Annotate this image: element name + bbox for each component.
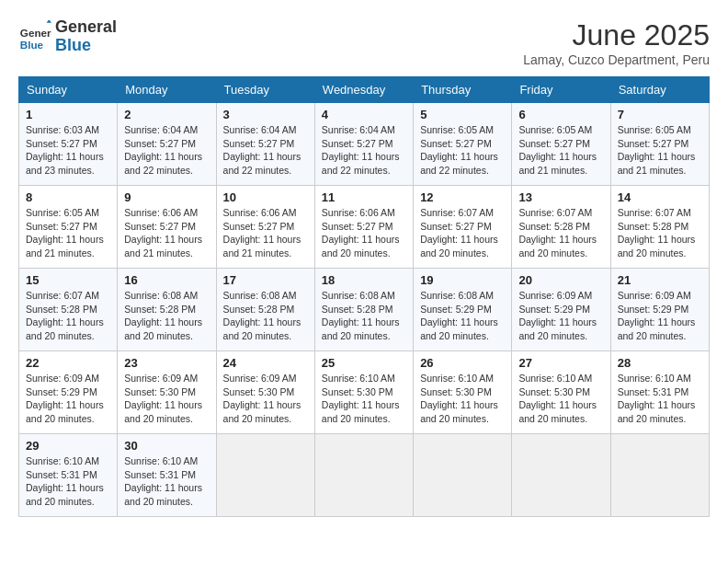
day-info: Sunrise: 6:10 AMSunset: 5:31 PMDaylight:… [124,454,209,509]
calendar-day-cell: 28Sunrise: 6:10 AMSunset: 5:31 PMDayligh… [610,351,709,434]
day-number: 7 [618,108,702,121]
logo: General Blue General Blue [18,18,117,55]
day-info: Sunrise: 6:04 AMSunset: 5:27 PMDaylight:… [223,123,308,178]
calendar-day-cell: 27Sunrise: 6:10 AMSunset: 5:30 PMDayligh… [512,351,610,434]
day-number: 11 [322,190,406,204]
day-info: Sunrise: 6:05 AMSunset: 5:27 PMDaylight:… [518,123,603,178]
day-number: 19 [420,273,505,287]
calendar-header-friday: Friday [512,77,610,103]
day-info: Sunrise: 6:10 AMSunset: 5:31 PMDaylight:… [26,454,110,509]
calendar-day-cell: 4Sunrise: 6:04 AMSunset: 5:27 PMDaylight… [314,103,413,186]
day-number: 20 [518,273,603,287]
day-number: 26 [420,356,505,370]
calendar-week-row: 29Sunrise: 6:10 AMSunset: 5:31 PMDayligh… [19,434,710,517]
day-info: Sunrise: 6:05 AMSunset: 5:27 PMDaylight:… [420,123,505,178]
logo-blue: Blue [55,37,117,55]
day-info: Sunrise: 6:07 AMSunset: 5:28 PMDaylight:… [518,206,603,260]
calendar-day-cell: 26Sunrise: 6:10 AMSunset: 5:30 PMDayligh… [414,351,512,434]
calendar-day-cell: 19Sunrise: 6:08 AMSunset: 5:29 PMDayligh… [414,269,512,351]
svg-text:General: General [20,27,51,39]
day-info: Sunrise: 6:09 AMSunset: 5:30 PMDaylight:… [223,372,308,426]
calendar-day-cell: 13Sunrise: 6:07 AMSunset: 5:28 PMDayligh… [512,186,610,269]
calendar-day-cell: 7Sunrise: 6:05 AMSunset: 5:27 PMDaylight… [610,103,709,186]
day-number: 15 [26,273,110,287]
calendar-day-cell: 18Sunrise: 6:08 AMSunset: 5:28 PMDayligh… [314,269,413,351]
day-number: 30 [124,439,209,453]
calendar-header-monday: Monday [118,77,216,103]
calendar-day-cell: 10Sunrise: 6:06 AMSunset: 5:27 PMDayligh… [216,186,314,269]
day-number: 21 [618,273,702,287]
day-number: 6 [518,108,603,121]
day-number: 10 [223,190,308,204]
calendar-header-row: SundayMondayTuesdayWednesdayThursdayFrid… [19,77,710,103]
day-number: 2 [124,108,209,121]
calendar-day-cell: 1Sunrise: 6:03 AMSunset: 5:27 PMDaylight… [19,103,118,186]
day-info: Sunrise: 6:10 AMSunset: 5:30 PMDaylight:… [322,372,406,426]
day-number: 4 [322,108,406,121]
page-header: General Blue General Blue June 2025 Lama… [18,18,710,67]
calendar-week-row: 22Sunrise: 6:09 AMSunset: 5:29 PMDayligh… [19,351,710,434]
day-number: 13 [518,190,603,204]
calendar-day-cell: 9Sunrise: 6:06 AMSunset: 5:27 PMDaylight… [118,186,216,269]
day-number: 16 [124,273,209,287]
day-info: Sunrise: 6:10 AMSunset: 5:30 PMDaylight:… [518,372,603,426]
svg-marker-2 [47,20,51,23]
calendar-header-wednesday: Wednesday [314,77,413,103]
svg-text:Blue: Blue [20,38,44,50]
day-info: Sunrise: 6:05 AMSunset: 5:27 PMDaylight:… [618,123,702,178]
day-number: 25 [322,356,406,370]
day-number: 3 [223,108,308,121]
calendar-table: SundayMondayTuesdayWednesdayThursdayFrid… [18,76,710,517]
day-number: 1 [26,108,110,121]
day-number: 18 [322,273,406,287]
day-info: Sunrise: 6:03 AMSunset: 5:27 PMDaylight:… [26,123,110,178]
calendar-day-cell: 25Sunrise: 6:10 AMSunset: 5:30 PMDayligh… [314,351,413,434]
calendar-day-cell: 22Sunrise: 6:09 AMSunset: 5:29 PMDayligh… [19,351,118,434]
day-number: 28 [618,356,702,370]
day-info: Sunrise: 6:10 AMSunset: 5:31 PMDaylight:… [618,372,702,426]
calendar-empty-cell [414,434,512,517]
logo-icon: General Blue [18,20,51,53]
calendar-day-cell: 12Sunrise: 6:07 AMSunset: 5:27 PMDayligh… [414,186,512,269]
calendar-day-cell: 14Sunrise: 6:07 AMSunset: 5:28 PMDayligh… [610,186,709,269]
calendar-day-cell: 20Sunrise: 6:09 AMSunset: 5:29 PMDayligh… [512,269,610,351]
day-number: 24 [223,356,308,370]
calendar-header-sunday: Sunday [19,77,118,103]
calendar-day-cell: 5Sunrise: 6:05 AMSunset: 5:27 PMDaylight… [414,103,512,186]
logo-general: General [55,18,117,37]
calendar-empty-cell [610,434,709,517]
day-number: 29 [26,439,110,453]
day-number: 27 [518,356,603,370]
day-info: Sunrise: 6:04 AMSunset: 5:27 PMDaylight:… [124,123,209,178]
day-info: Sunrise: 6:04 AMSunset: 5:27 PMDaylight:… [322,123,406,178]
calendar-header-thursday: Thursday [414,77,512,103]
day-info: Sunrise: 6:06 AMSunset: 5:27 PMDaylight:… [223,206,308,260]
calendar-day-cell: 17Sunrise: 6:08 AMSunset: 5:28 PMDayligh… [216,269,314,351]
day-info: Sunrise: 6:06 AMSunset: 5:27 PMDaylight:… [322,206,406,260]
day-number: 8 [26,190,110,204]
day-info: Sunrise: 6:10 AMSunset: 5:30 PMDaylight:… [420,372,505,426]
title-block: June 2025 Lamay, Cuzco Department, Peru [523,18,710,67]
day-info: Sunrise: 6:05 AMSunset: 5:27 PMDaylight:… [26,206,110,260]
calendar-day-cell: 30Sunrise: 6:10 AMSunset: 5:31 PMDayligh… [118,434,216,517]
month-title: June 2025 [523,18,710,52]
calendar-week-row: 1Sunrise: 6:03 AMSunset: 5:27 PMDaylight… [19,103,710,186]
day-info: Sunrise: 6:08 AMSunset: 5:29 PMDaylight:… [420,289,505,343]
calendar-day-cell: 3Sunrise: 6:04 AMSunset: 5:27 PMDaylight… [216,103,314,186]
day-info: Sunrise: 6:08 AMSunset: 5:28 PMDaylight:… [124,289,209,343]
day-info: Sunrise: 6:07 AMSunset: 5:27 PMDaylight:… [420,206,505,260]
calendar-day-cell: 29Sunrise: 6:10 AMSunset: 5:31 PMDayligh… [19,434,118,517]
day-number: 22 [26,356,110,370]
day-number: 5 [420,108,505,121]
calendar-day-cell: 8Sunrise: 6:05 AMSunset: 5:27 PMDaylight… [19,186,118,269]
day-info: Sunrise: 6:08 AMSunset: 5:28 PMDaylight:… [223,289,308,343]
calendar-week-row: 15Sunrise: 6:07 AMSunset: 5:28 PMDayligh… [19,269,710,351]
calendar-day-cell: 21Sunrise: 6:09 AMSunset: 5:29 PMDayligh… [610,269,709,351]
day-info: Sunrise: 6:09 AMSunset: 5:29 PMDaylight:… [26,372,110,426]
calendar-day-cell: 2Sunrise: 6:04 AMSunset: 5:27 PMDaylight… [118,103,216,186]
day-info: Sunrise: 6:07 AMSunset: 5:28 PMDaylight:… [618,206,702,260]
day-info: Sunrise: 6:09 AMSunset: 5:29 PMDaylight:… [518,289,603,343]
day-info: Sunrise: 6:09 AMSunset: 5:29 PMDaylight:… [618,289,702,343]
calendar-day-cell: 6Sunrise: 6:05 AMSunset: 5:27 PMDaylight… [512,103,610,186]
day-number: 14 [618,190,702,204]
